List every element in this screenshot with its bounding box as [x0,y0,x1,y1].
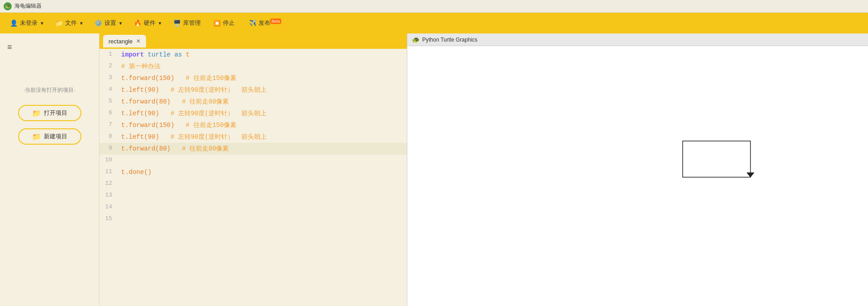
publish-label: 发布Beta [259,19,282,27]
line-number: 3 [99,72,118,81]
line-number: 5 [99,96,118,104]
table-row: 14 [99,202,407,213]
turtle-icon: 🐢 [412,36,420,43]
line-number: 9 [99,143,118,151]
line-content [118,178,407,182]
stop-label: 停止 [223,19,235,27]
line-content [118,155,407,158]
turtle-drawing [674,137,755,197]
user-label: 未登录 [20,19,38,27]
logo-icon: 🐢 [5,4,10,9]
line-content: t.left(90) # 左转90度(逆时针） 箭头朝上 [118,84,407,96]
settings-icon: ⚙️ [94,19,102,27]
hardware-arrow-icon: ▼ [158,21,162,26]
line-content: import turtle as t [118,49,407,61]
line-content: t.forward(80) # 往前走80像素 [118,96,407,108]
line-number: 7 [99,119,118,128]
line-content: t.forward(150) # 往前走150像素 [118,72,407,84]
table-row: 6 t.left(90) # 左转90度(逆时针） 箭头朝上 [99,108,407,119]
library-icon: 🖥️ [173,19,181,27]
table-row: 3 t.forward(150) # 往前走150像素 [99,72,407,84]
sidebar: ≡ ·当前没有打开的项目· 📁 打开项目 📁 新建项目 [0,33,99,306]
library-label: 库管理 [183,19,201,27]
turtle-svg [674,137,755,195]
tab-bar: rectangle ✕ [99,33,407,49]
user-arrow-icon: ▼ [40,21,44,26]
line-number: 10 [99,155,118,163]
menu-bar: 👤 未登录 ▼ 📁 文件 ▼ ⚙️ 设置 ▼ 🔥 硬件 ▼ 🖥️ 库管理 ⏹️ … [0,13,868,33]
table-row: 1 import turtle as t [99,49,407,61]
file-menu[interactable]: 📁 文件 ▼ [51,16,88,30]
user-icon: 👤 [10,19,18,27]
line-content: t.forward(150) # 往前走150像素 [118,119,407,131]
table-row: 11 t.done() [99,166,407,178]
line-number: 6 [99,108,118,116]
tab-rectangle[interactable]: rectangle ✕ [103,35,146,47]
open-project-label: 打开项目 [44,109,67,117]
hamburger-button[interactable]: ≡ [7,42,12,52]
user-menu[interactable]: 👤 未登录 ▼ [5,16,49,30]
line-number: 11 [99,166,118,175]
open-folder-icon: 📁 [32,109,41,118]
line-content: t.left(90) # 左转90度(逆时针） 箭头朝上 [118,108,407,119]
table-row: 2 # 第一种办法 [99,61,407,72]
line-number: 2 [99,61,118,69]
table-row: 13 [99,190,407,202]
settings-arrow-icon: ▼ [118,21,123,26]
new-folder-icon: 📁 [32,132,41,141]
stop-icon: ⏹️ [213,20,221,27]
code-editor[interactable]: 1 import turtle as t 2 # 第一种办法 3 t.forwa… [99,49,407,306]
library-menu[interactable]: 🖥️ 库管理 [169,16,205,30]
no-project-text: ·当前没有打开的项目· [24,86,75,94]
rectangle-shape [683,141,750,177]
line-content: t.left(90) # 左转90度(逆时针） 箭头朝上 [118,131,407,143]
app-title: 海龟编辑器 [14,2,42,10]
stop-button[interactable]: ⏹️ 停止 [207,16,241,30]
tab-close-icon[interactable]: ✕ [136,38,141,44]
line-content [118,213,407,217]
file-label: 文件 [65,19,77,27]
table-row: 12 [99,178,407,190]
table-row: 4 t.left(90) # 左转90度(逆时针） 箭头朝上 [99,84,407,96]
turtle-arrow [747,173,754,177]
editor-area: rectangle ✕ 1 import turtle as t 2 # 第一种… [99,33,407,306]
table-row: 8 t.left(90) # 左转90度(逆时针） 箭头朝上 [99,131,407,143]
table-row: 9 t.forward(80) # 往前走80像素 [99,143,407,155]
app-logo: 🐢 [4,2,12,10]
turtle-window: 🐢 Python Turtle Graphics [407,33,868,306]
settings-menu[interactable]: ⚙️ 设置 ▼ [90,16,127,30]
line-content: t.forward(80) # 往前走80像素 [118,143,407,155]
beta-badge: Beta [270,19,282,24]
turtle-window-title: Python Turtle Graphics [422,37,477,43]
hardware-icon: 🔥 [134,19,142,27]
open-project-button[interactable]: 📁 打开项目 [18,105,81,121]
line-number: 12 [99,178,118,187]
line-number: 15 [99,213,118,222]
line-number: 8 [99,131,118,140]
table-row: 15 [99,213,407,225]
table-row: 10 [99,155,407,166]
turtle-canvas [407,46,868,306]
line-content [118,190,407,193]
table-row: 5 t.forward(80) # 往前走80像素 [99,96,407,108]
file-icon: 📁 [55,19,63,27]
publish-button[interactable]: ✈️ 发布Beta [243,16,288,30]
line-content [118,202,407,205]
table-row: 7 t.forward(150) # 往前走150像素 [99,119,407,131]
line-content: # 第一种办法 [118,61,407,72]
new-project-button[interactable]: 📁 新建项目 [18,128,81,145]
line-number: 4 [99,84,118,93]
publish-icon: ✈️ [249,19,256,26]
turtle-title-bar: 🐢 Python Turtle Graphics [407,33,868,46]
title-bar: 🐢 海龟编辑器 [0,0,868,13]
file-arrow-icon: ▼ [79,21,84,26]
hardware-label: 硬件 [144,19,156,27]
tab-label: rectangle [108,38,132,45]
settings-label: 设置 [104,19,116,27]
main-layout: ≡ ·当前没有打开的项目· 📁 打开项目 📁 新建项目 rectangle ✕ … [0,33,868,306]
line-number: 14 [99,202,118,210]
line-number: 13 [99,190,118,198]
new-project-label: 新建项目 [44,132,67,141]
line-content: t.done() [118,166,407,178]
hardware-menu[interactable]: 🔥 硬件 ▼ [129,16,167,30]
